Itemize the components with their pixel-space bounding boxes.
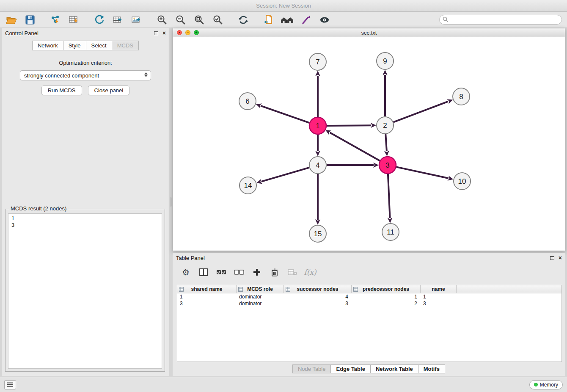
- open-session-button[interactable]: [4, 13, 19, 27]
- edge-4-14[interactable]: [261, 168, 309, 182]
- node-6[interactable]: 6: [239, 93, 256, 110]
- edge-2-3[interactable]: [385, 134, 387, 151]
- memory-button[interactable]: Memory: [529, 380, 563, 389]
- cell-shared-name[interactable]: 1: [177, 294, 237, 300]
- cell-successor-nodes[interactable]: 4: [284, 294, 352, 300]
- node-2[interactable]: 2: [377, 117, 394, 134]
- export-table-button[interactable]: [111, 13, 125, 27]
- edge-1-6[interactable]: [261, 106, 309, 123]
- zoom-fit-icon: [194, 14, 205, 25]
- tab-select[interactable]: Select: [86, 41, 112, 50]
- sort-icon: [238, 287, 243, 292]
- apply-style-button[interactable]: [299, 13, 313, 27]
- column-header-predecessor-nodes[interactable]: predecessor nodes: [352, 285, 421, 293]
- add-row-icon[interactable]: [251, 267, 262, 277]
- ndex-home-button[interactable]: [280, 13, 295, 27]
- tab-network-table[interactable]: Network Table: [370, 364, 418, 373]
- column-label: shared name: [191, 286, 222, 292]
- cell-mcds-role[interactable]: dominator: [237, 294, 284, 300]
- import-table-icon: [68, 14, 80, 25]
- column-header-successor-nodes[interactable]: successor nodes: [284, 285, 352, 293]
- close-table-panel-icon[interactable]: ×: [559, 256, 562, 260]
- window-titlebar: Session: New Session: [0, 0, 567, 12]
- splitter-handle[interactable]: [170, 197, 172, 207]
- export-image-button[interactable]: [129, 13, 144, 27]
- node-14[interactable]: 14: [239, 177, 256, 194]
- zoom-selected-button[interactable]: [211, 13, 225, 27]
- run-mcds-button[interactable]: Run MCDS: [41, 86, 82, 95]
- node-table: shared name MCDS role successor: [177, 285, 562, 362]
- minimize-window-icon[interactable]: −: [185, 30, 190, 35]
- tab-network[interactable]: Network: [32, 41, 63, 50]
- delete-row-icon[interactable]: [269, 267, 280, 277]
- tab-motifs[interactable]: Motifs: [418, 364, 445, 373]
- tab-style[interactable]: Style: [63, 41, 86, 50]
- node-15[interactable]: 15: [309, 225, 326, 242]
- cell-predecessor-nodes[interactable]: 1: [352, 294, 421, 300]
- show-panel-button[interactable]: [4, 380, 16, 389]
- edge-3-1[interactable]: [330, 133, 380, 161]
- node-10[interactable]: 10: [454, 173, 471, 190]
- cell-name[interactable]: 3: [421, 301, 457, 306]
- edge-1-2[interactable]: [327, 125, 371, 126]
- node-8[interactable]: 8: [453, 88, 470, 105]
- column-visibility-icon[interactable]: [198, 267, 209, 277]
- search-input[interactable]: [439, 15, 562, 25]
- float-table-panel-icon[interactable]: [550, 256, 554, 260]
- sort-icon: [353, 287, 358, 292]
- cell-mcds-role[interactable]: dominator: [237, 301, 284, 306]
- column-header-name[interactable]: name: [421, 285, 457, 293]
- import-network-button[interactable]: [48, 13, 63, 27]
- import-table-button[interactable]: [67, 13, 81, 27]
- network-from-selection-button[interactable]: [261, 13, 276, 27]
- column-header-shared-name[interactable]: shared name: [177, 285, 237, 293]
- node-9[interactable]: 9: [377, 52, 394, 69]
- node-label: 11: [387, 228, 394, 236]
- edge-3-10[interactable]: [396, 167, 449, 178]
- zoom-in-button[interactable]: [155, 13, 169, 27]
- node-4[interactable]: 4: [309, 157, 326, 174]
- table-row[interactable]: 1 dominator 4 1 1: [177, 293, 561, 300]
- apply-layout-button[interactable]: [236, 13, 250, 27]
- tab-edge-table[interactable]: Edge Table: [330, 364, 370, 373]
- table-row[interactable]: 3 dominator 3 2 3: [177, 300, 561, 307]
- node-7[interactable]: 7: [309, 53, 326, 70]
- vertical-splitter[interactable]: [169, 28, 173, 376]
- save-session-button[interactable]: [23, 13, 37, 27]
- column-header-mcds-role[interactable]: MCDS role: [237, 285, 284, 293]
- mcds-result-list[interactable]: 1 3: [8, 213, 162, 369]
- float-panel-icon[interactable]: [154, 31, 158, 35]
- cell-shared-name[interactable]: 3: [177, 301, 237, 306]
- network-window-titlebar[interactable]: scc.txt × − +: [173, 28, 565, 37]
- cell-successor-nodes[interactable]: 3: [284, 301, 352, 306]
- close-window-icon[interactable]: ×: [177, 30, 182, 35]
- close-panel-icon[interactable]: ×: [162, 31, 166, 35]
- optimization-criterion-label: Optimization criterion:: [2, 60, 169, 66]
- close-panel-button[interactable]: Close panel: [88, 86, 130, 95]
- show-graphics-details-button[interactable]: [317, 13, 332, 27]
- function-builder-icon[interactable]: f(x): [305, 267, 316, 277]
- node-11[interactable]: 11: [382, 224, 399, 240]
- edge-3-11[interactable]: [388, 174, 390, 218]
- zoom-out-button[interactable]: [173, 13, 188, 27]
- zoom-window-icon[interactable]: +: [194, 30, 199, 35]
- delete-column-icon[interactable]: [287, 267, 298, 277]
- select-all-icon[interactable]: [216, 267, 227, 277]
- node-3[interactable]: 3: [379, 157, 396, 174]
- memory-status-icon: [534, 383, 538, 386]
- cell-predecessor-nodes[interactable]: 2: [352, 301, 421, 306]
- network-view-window: scc.txt × − + 7968124314101511: [173, 28, 565, 251]
- export-network-button[interactable]: [92, 13, 107, 27]
- trash-icon: [271, 268, 278, 276]
- node-1[interactable]: 1: [309, 117, 326, 134]
- criterion-select[interactable]: strongly connected component: [20, 70, 151, 80]
- edge-2-8[interactable]: [394, 102, 449, 122]
- deselect-all-icon[interactable]: [234, 267, 245, 277]
- zoom-fit-button[interactable]: [192, 13, 206, 27]
- tab-mcds[interactable]: MCDS: [112, 41, 139, 50]
- tab-node-table[interactable]: Node Table: [292, 364, 331, 373]
- export-image-icon: [131, 14, 143, 25]
- cell-name[interactable]: 1: [421, 294, 457, 300]
- table-settings-gear-icon[interactable]: ⚙: [180, 267, 191, 277]
- network-canvas[interactable]: 7968124314101511: [173, 37, 565, 251]
